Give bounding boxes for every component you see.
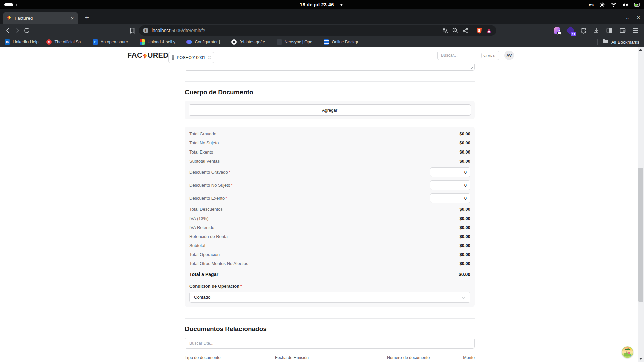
- related-docs-title: Documentos Relacionados: [185, 325, 475, 333]
- folder-icon: [602, 39, 608, 45]
- total-row-label: Subtotal Ventas: [189, 159, 220, 164]
- menu-hamburger-icon[interactable]: [632, 27, 639, 34]
- global-search[interactable]: CTRL K: [437, 51, 499, 60]
- scrollbar-thumb[interactable]: [638, 168, 643, 302]
- total-row-label: Total Operación: [189, 252, 220, 257]
- keyboard-layout-indicator[interactable]: es: [589, 2, 594, 7]
- bookmark-item[interactable]: Configurator |...: [186, 40, 223, 44]
- total-row-label: Total Gravado: [189, 131, 216, 136]
- discount-row: Descuento No Sujeto*: [189, 179, 470, 192]
- bookmark-item[interactable]: fel-lotes-go/.e...: [231, 39, 268, 45]
- downloads-icon[interactable]: [593, 27, 600, 34]
- total-row-value: $0.00: [459, 216, 470, 221]
- translate-icon[interactable]: [442, 27, 448, 34]
- workspace-pill-indicator[interactable]: [4, 3, 13, 6]
- volume-icon[interactable]: [623, 2, 628, 7]
- bookmark-item[interactable]: An open-sourc...: [93, 39, 131, 45]
- search-shortcut-badge: CTRL K: [481, 53, 497, 58]
- bookmark-item[interactable]: Online Backgr...: [324, 39, 361, 45]
- tab-title: Factured: [15, 16, 66, 21]
- total-row-label: Total No Sujeto: [189, 140, 219, 145]
- bookmark-favicon: [140, 39, 145, 45]
- bookmark-item[interactable]: The official Sa...: [46, 39, 84, 45]
- extension-with-badge-icon[interactable]: 12: [567, 27, 574, 34]
- window-close-icon[interactable]: [637, 15, 640, 21]
- operation-condition-select[interactable]: Contado: [189, 292, 470, 303]
- total-row-value: $0.00: [459, 234, 470, 239]
- zoom-out-icon[interactable]: [452, 27, 459, 34]
- tab-close-icon[interactable]: [69, 15, 75, 21]
- bookmarks-list: LinkedIn Help The official Sa... An open…: [5, 39, 362, 45]
- bookmark-item[interactable]: LinkedIn Help: [5, 39, 38, 45]
- browser-tab-factured[interactable]: Factured: [3, 12, 78, 24]
- total-row-value: $0.00: [459, 225, 470, 230]
- global-search-input[interactable]: [441, 53, 481, 58]
- reading-list-bookmark-icon[interactable]: [128, 26, 136, 35]
- discount-input[interactable]: [430, 193, 470, 203]
- back-icon[interactable]: [3, 26, 13, 35]
- notes-textarea-bottom[interactable]: [185, 64, 475, 71]
- extension-badge-count: 12: [571, 32, 576, 36]
- site-info-icon[interactable]: [143, 28, 148, 33]
- brave-shield-icon[interactable]: [476, 27, 482, 34]
- total-due-value: $0.00: [459, 272, 470, 277]
- total-row-label: Retención de Renta: [189, 234, 228, 239]
- select-updown-icon: [208, 56, 211, 59]
- bookmark-item[interactable]: Neosync | Ope...: [277, 39, 316, 45]
- body-section-title: Cuerpo de Documento: [185, 88, 475, 96]
- all-bookmarks-button[interactable]: All Bookmarks: [611, 40, 639, 45]
- section-divider: [185, 81, 475, 82]
- total-due-label: Total a Pagar: [189, 272, 218, 277]
- workspace-dot-indicator[interactable]: [16, 4, 17, 6]
- store-selector[interactable]: POSFC010001: [168, 52, 214, 63]
- logo-bolt-icon: [143, 52, 147, 59]
- total-row: Retención de Renta $0.00: [189, 232, 470, 241]
- page-scrollbar[interactable]: [638, 47, 644, 362]
- password-manager-extension-icon[interactable]: [553, 27, 561, 34]
- related-table-header: Tipo de documento Fecha de Emisión Númer…: [185, 353, 475, 362]
- side-panel-icon[interactable]: [606, 27, 613, 34]
- user-avatar[interactable]: AV: [504, 51, 514, 60]
- new-tab-button[interactable]: [82, 13, 92, 22]
- total-row: Subtotal $0.00: [189, 241, 470, 250]
- wifi-icon[interactable]: [611, 2, 617, 7]
- bookmark-favicon: [5, 39, 10, 45]
- scrollbar-up-arrow-icon[interactable]: [639, 49, 642, 51]
- bookmark-favicon: [186, 40, 192, 44]
- tab-search-chevron-icon[interactable]: [625, 15, 630, 21]
- discount-input[interactable]: [430, 167, 470, 177]
- discount-rows: Descuento Gravado* Descuento No Sujeto* …: [189, 166, 470, 205]
- system-tray[interactable]: es: [589, 2, 641, 8]
- required-asterisk: *: [231, 183, 233, 188]
- total-row-label: Total Descuentos: [189, 207, 223, 212]
- bookmark-label: An open-sourc...: [101, 40, 131, 44]
- required-asterisk: *: [229, 170, 230, 175]
- extensions-puzzle-icon[interactable]: [580, 27, 587, 34]
- total-row: Total Gravado $0.00: [189, 129, 470, 138]
- scrollbar-down-arrow-icon[interactable]: [639, 358, 642, 360]
- discount-input[interactable]: [430, 180, 470, 190]
- bookmark-label: fel-lotes-go/.e...: [239, 40, 268, 44]
- battery-charging-icon[interactable]: [634, 2, 641, 7]
- wallet-icon[interactable]: [619, 27, 626, 34]
- forward-icon[interactable]: [13, 26, 22, 35]
- agregar-button[interactable]: Agregar: [189, 104, 471, 116]
- reload-icon[interactable]: [22, 26, 32, 35]
- url-host: localhost: [152, 28, 170, 33]
- factured-logo[interactable]: FAC URED: [127, 51, 168, 60]
- logo-text-pre: FAC: [127, 51, 142, 60]
- url-text[interactable]: localhost:5005/dte/emit/fe: [152, 28, 438, 33]
- url-bar[interactable]: localhost:5005/dte/emit/fe: [139, 25, 496, 36]
- operation-condition-value: Contado: [194, 295, 462, 300]
- system-clock[interactable]: 18 de jul 23:46: [300, 2, 334, 7]
- dte-search-input[interactable]: [185, 338, 475, 349]
- app-header: FAC URED POSFC010001 CTRL K AV: [0, 47, 644, 64]
- bookmark-item[interactable]: Upload & sell y...: [140, 39, 179, 45]
- discount-row: Descuento Exento*: [189, 192, 470, 205]
- brightness-icon[interactable]: [599, 2, 605, 8]
- total-row-value: $0.00: [459, 140, 470, 145]
- total-row-label: Total Otros Montos No Afectos: [189, 261, 248, 266]
- brave-rewards-icon[interactable]: [486, 27, 492, 34]
- island-theme-fab-icon[interactable]: [622, 346, 633, 358]
- share-icon[interactable]: [462, 27, 469, 34]
